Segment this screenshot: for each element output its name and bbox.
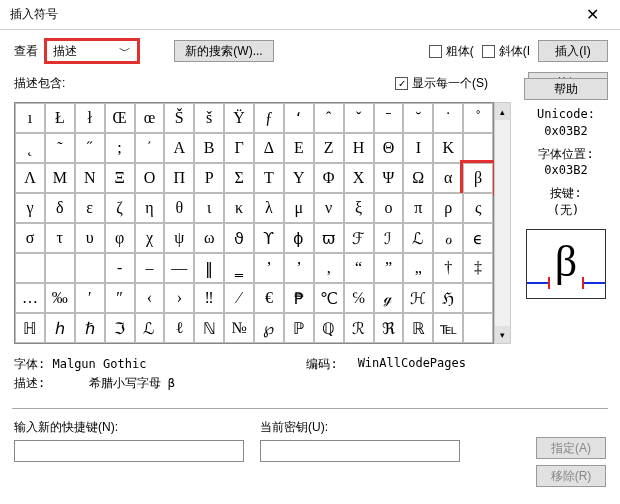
symbol-cell[interactable]: ϕ — [284, 223, 314, 253]
symbol-cell[interactable]: ‰ — [45, 283, 75, 313]
symbol-cell[interactable]: ″ — [105, 283, 135, 313]
symbol-cell[interactable] — [463, 313, 493, 343]
symbol-cell[interactable]: ‹ — [135, 283, 165, 313]
symbol-cell[interactable]: π — [403, 193, 433, 223]
symbol-cell[interactable]: ı — [15, 103, 45, 133]
symbol-cell[interactable]: š — [194, 103, 224, 133]
symbol-cell[interactable] — [75, 253, 105, 283]
close-icon[interactable]: ✕ — [572, 1, 612, 29]
symbol-cell[interactable]: Ψ — [374, 163, 404, 193]
symbol-cell[interactable]: ϑ — [224, 223, 254, 253]
symbol-cell[interactable]: σ — [15, 223, 45, 253]
symbol-cell[interactable]: ‖ — [194, 253, 224, 283]
symbol-cell[interactable]: λ — [254, 193, 284, 223]
symbol-cell[interactable]: ℓ — [164, 313, 194, 343]
symbol-cell[interactable]: ℑ — [105, 313, 135, 343]
symbol-cell[interactable]: Œ — [105, 103, 135, 133]
symbol-cell[interactable]: Π — [164, 163, 194, 193]
symbol-cell[interactable]: – — [135, 253, 165, 283]
symbol-cell[interactable]: ϖ — [314, 223, 344, 253]
symbol-cell[interactable]: … — [15, 283, 45, 313]
symbol-cell[interactable]: Ν — [75, 163, 105, 193]
symbol-cell[interactable]: Β — [194, 133, 224, 163]
symbol-cell[interactable]: Ο — [135, 163, 165, 193]
symbol-cell[interactable]: ΄ — [135, 133, 165, 163]
symbol-cell[interactable]: ℅ — [344, 283, 374, 313]
symbol-cell[interactable]: ‗ — [224, 253, 254, 283]
symbol-cell[interactable]: ˚ — [463, 103, 493, 133]
symbol-cell[interactable]: ℛ — [344, 313, 374, 343]
symbol-cell[interactable]: ˇ — [344, 103, 374, 133]
symbol-cell[interactable]: φ — [105, 223, 135, 253]
symbol-cell[interactable]: ℏ — [75, 313, 105, 343]
symbol-cell[interactable]: ℋ — [403, 283, 433, 313]
symbol-cell[interactable]: ℜ — [374, 313, 404, 343]
symbol-cell[interactable]: υ — [75, 223, 105, 253]
symbol-cell[interactable]: Χ — [344, 163, 374, 193]
shortcut-input[interactable] — [14, 440, 244, 462]
symbol-cell[interactable]: ˝ — [75, 133, 105, 163]
symbol-cell[interactable]: ℴ — [433, 223, 463, 253]
symbol-cell[interactable]: ℍ — [15, 313, 45, 343]
scroll-down-icon[interactable]: ▾ — [495, 326, 510, 343]
symbol-cell[interactable]: ˛ — [15, 133, 45, 163]
symbol-cell[interactable]: ϵ — [463, 223, 493, 253]
symbol-cell[interactable]: α — [433, 163, 463, 193]
symbol-cell[interactable]: ℙ — [284, 313, 314, 343]
symbol-cell[interactable]: ℃ — [314, 283, 344, 313]
symbol-cell[interactable]: β — [463, 163, 493, 193]
assign-button[interactable]: 指定(A) — [536, 437, 606, 459]
symbol-cell[interactable]: Α — [164, 133, 194, 163]
symbol-cell[interactable]: ℱ — [344, 223, 374, 253]
symbol-cell[interactable]: „ — [403, 253, 433, 283]
symbol-cell[interactable]: ‡ — [463, 253, 493, 283]
symbol-cell[interactable]: χ — [135, 223, 165, 253]
symbol-cell[interactable]: Υ — [284, 163, 314, 193]
symbol-cell[interactable]: € — [254, 283, 284, 313]
symbol-cell[interactable]: Š — [164, 103, 194, 133]
symbol-cell[interactable]: ℝ — [403, 313, 433, 343]
symbol-cell[interactable]: Ρ — [194, 163, 224, 193]
symbol-cell[interactable]: ’ — [254, 253, 284, 283]
symbol-cell[interactable]: ς — [463, 193, 493, 223]
scrollbar[interactable]: ▴ ▾ — [494, 102, 511, 344]
symbol-cell[interactable]: ζ — [105, 193, 135, 223]
symbol-cell[interactable]: ‚ — [314, 253, 344, 283]
symbol-cell[interactable]: ρ — [433, 193, 463, 223]
symbol-cell[interactable]: ł — [75, 103, 105, 133]
symbol-cell[interactable]: η — [135, 193, 165, 223]
symbol-cell[interactable]: μ — [284, 193, 314, 223]
symbol-cell[interactable]: ‼ — [194, 283, 224, 313]
symbol-cell[interactable]: ₱ — [284, 283, 314, 313]
symbol-cell[interactable]: ℌ — [433, 283, 463, 313]
symbol-cell[interactable]: ˘ — [403, 103, 433, 133]
symbol-cell[interactable]: ℚ — [314, 313, 344, 343]
symbol-cell[interactable]: ƒ — [254, 103, 284, 133]
new-search-button[interactable]: 新的搜索(W)... — [174, 40, 274, 62]
symbol-cell[interactable]: œ — [135, 103, 165, 133]
symbol-cell[interactable]: θ — [164, 193, 194, 223]
symbol-cell[interactable]: Ω — [403, 163, 433, 193]
symbol-cell[interactable]: ℐ — [374, 223, 404, 253]
symbol-cell[interactable]: Τ — [254, 163, 284, 193]
symbol-cell[interactable]: ℘ — [254, 313, 284, 343]
symbol-grid[interactable]: ıŁłŒœŠšŸƒʻˆˇˉ˘˙˚˛˜˝;΄ΑΒΓΔΕΖΗΘΙΚΛΜΝΞΟΠΡΣΤ… — [14, 102, 494, 344]
symbol-cell[interactable]: ˙ — [433, 103, 463, 133]
help-button[interactable]: 帮助 — [524, 78, 608, 100]
symbol-cell[interactable]: ℕ — [194, 313, 224, 343]
symbol-cell[interactable]: ℎ — [45, 313, 75, 343]
symbol-cell[interactable]: ψ — [164, 223, 194, 253]
symbol-cell[interactable]: ⁄ — [224, 283, 254, 313]
symbol-cell[interactable]: ℡ — [433, 313, 463, 343]
symbol-cell[interactable]: › — [164, 283, 194, 313]
symbol-cell[interactable]: δ — [45, 193, 75, 223]
symbol-cell[interactable]: ι — [194, 193, 224, 223]
symbol-cell[interactable] — [45, 253, 75, 283]
symbol-cell[interactable]: ˜ — [45, 133, 75, 163]
symbol-cell[interactable]: ℊ — [374, 283, 404, 313]
scroll-up-icon[interactable]: ▴ — [495, 103, 510, 120]
symbol-cell[interactable] — [15, 253, 45, 283]
symbol-cell[interactable]: ʻ — [284, 103, 314, 133]
symbol-cell[interactable]: ν — [314, 193, 344, 223]
bold-checkbox[interactable]: 粗体( — [429, 43, 474, 60]
